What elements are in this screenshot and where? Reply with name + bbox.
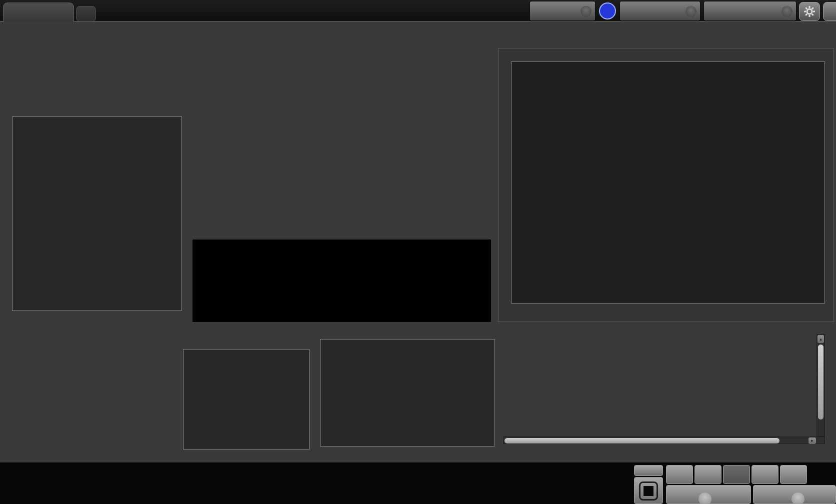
cie1976-chart (511, 62, 825, 304)
chevron-double-left-icon (698, 492, 712, 504)
chevron-down-icon[interactable] (580, 6, 592, 17)
meter-status-stripe (530, 2, 532, 20)
refresh-button[interactable] (780, 465, 807, 484)
range-button[interactable] (723, 465, 750, 484)
h-scrollbar-thumb[interactable] (504, 438, 780, 444)
chevron-down-icon[interactable] (782, 6, 792, 17)
window-pattern-icon (639, 482, 658, 500)
chevron-double-right-icon (792, 492, 804, 504)
scroll-up-icon[interactable]: ▴ (818, 335, 824, 343)
gamut-data-table (503, 334, 825, 438)
v-scrollbar-thumb[interactable] (818, 344, 824, 420)
tab-history-1[interactable] (3, 2, 74, 22)
source-status-stripe (620, 2, 622, 20)
meter-count-badge (599, 2, 616, 20)
table-v-scrollbar[interactable]: ▴ (816, 334, 825, 436)
continuous-button[interactable] (752, 465, 778, 484)
calman-window: ▸ ▴ (0, 0, 836, 504)
stop-button[interactable] (666, 465, 693, 484)
actual-target-swatch-strip (192, 240, 491, 322)
add-tab-button[interactable] (76, 6, 96, 22)
source-dropdown[interactable] (620, 2, 700, 20)
play-button[interactable] (694, 465, 722, 484)
table-h-scrollbar[interactable]: ▸ (503, 436, 825, 444)
pattern-bar (0, 462, 836, 504)
collapse-panel-button[interactable] (823, 2, 836, 21)
cie1931-chart (320, 339, 495, 446)
pattern-up-button[interactable] (634, 465, 663, 476)
pattern-window-button[interactable] (634, 477, 663, 504)
gear-icon (804, 6, 816, 18)
top-bar (0, 0, 836, 22)
scroll-right-icon[interactable]: ▸ (808, 438, 816, 444)
settings-button[interactable] (799, 2, 820, 21)
rgb-balance-chart (183, 349, 310, 450)
workflow-status-stripe (704, 2, 706, 20)
current-reading-xy (8, 386, 30, 400)
chevron-down-icon[interactable] (686, 6, 696, 17)
back-button[interactable] (666, 485, 751, 504)
workflow-dropdown[interactable] (704, 2, 796, 20)
deltae2000-chart (12, 116, 182, 311)
meter-dropdown[interactable] (530, 2, 595, 20)
next-button[interactable] (753, 485, 836, 504)
